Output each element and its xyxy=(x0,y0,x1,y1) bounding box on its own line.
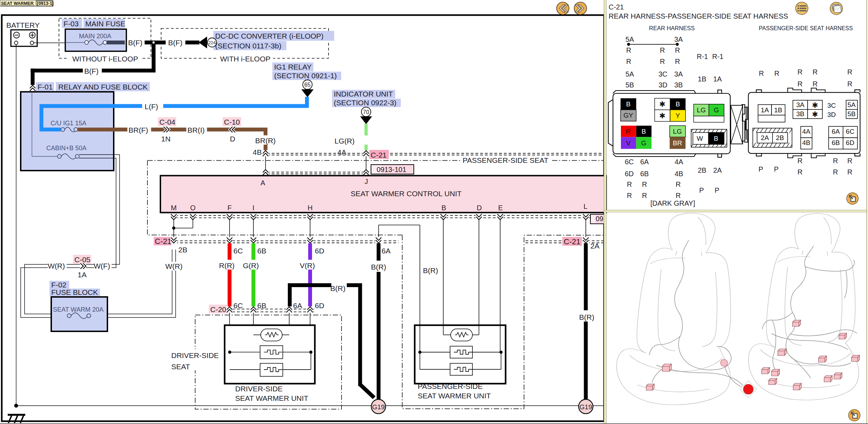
svg-text:5A: 5A xyxy=(625,70,634,78)
svg-text:E: E xyxy=(498,204,503,212)
svg-text:P: P xyxy=(774,165,778,173)
svg-text:3A: 3A xyxy=(674,35,683,43)
svg-text:6C: 6C xyxy=(233,247,243,255)
svg-text:4A: 4A xyxy=(802,128,810,135)
svg-text:W: W xyxy=(697,135,703,142)
svg-text:0913-101: 0913-101 xyxy=(377,166,406,173)
svg-text:6C: 6C xyxy=(846,128,854,135)
svg-text:R: R xyxy=(627,192,632,199)
svg-text:IG1 RELAY: IG1 RELAY xyxy=(274,63,312,71)
svg-text:BR(F): BR(F) xyxy=(128,126,148,134)
svg-text:3B: 3B xyxy=(674,81,683,89)
svg-text:C-10: C-10 xyxy=(224,118,240,126)
svg-text:R: R xyxy=(627,180,632,188)
svg-text:P: P xyxy=(699,186,704,194)
svg-text:R(R): R(R) xyxy=(219,261,234,270)
svg-text:1N: 1N xyxy=(161,135,171,143)
svg-text:SEAT WARMER: SEAT WARMER xyxy=(1,1,34,6)
svg-text:3B: 3B xyxy=(796,110,804,118)
svg-text:6A: 6A xyxy=(382,247,391,255)
svg-text:B: B xyxy=(642,128,646,135)
svg-text:R: R xyxy=(813,80,817,88)
svg-text:G: G xyxy=(641,139,647,147)
svg-text:FUSE BLOCK: FUSE BLOCK xyxy=(51,288,98,296)
svg-text:C-05: C-05 xyxy=(74,256,91,264)
svg-text:5A: 5A xyxy=(625,35,634,43)
svg-text:M: M xyxy=(171,204,177,212)
svg-text:REAR HARNESS-PASSENGER-SIDE SE: REAR HARNESS-PASSENGER-SIDE SEAT HARNESS xyxy=(609,12,788,20)
svg-text:3C: 3C xyxy=(827,102,836,109)
svg-text:R: R xyxy=(833,168,838,176)
svg-text:2B: 2B xyxy=(698,166,706,174)
svg-text:LG: LG xyxy=(697,106,705,114)
svg-text:R: R xyxy=(676,180,681,188)
svg-text:G: G xyxy=(714,106,719,114)
svg-text:6B: 6B xyxy=(640,170,649,178)
svg-text:BR: BR xyxy=(673,139,682,147)
svg-text:4B: 4B xyxy=(802,139,810,146)
svg-text:4A: 4A xyxy=(675,158,683,166)
svg-text:R: R xyxy=(847,168,852,176)
svg-text:65: 65 xyxy=(304,82,311,88)
svg-text:6B: 6B xyxy=(831,139,840,146)
svg-text:MAIN 200A: MAIN 200A xyxy=(79,33,111,40)
svg-text:C-21: C-21 xyxy=(609,3,624,11)
svg-text:(SECTION 0117-3b): (SECTION 0117-3b) xyxy=(215,42,281,50)
svg-text:REAR HARNESS: REAR HARNESS xyxy=(649,25,695,31)
svg-text:1B: 1B xyxy=(774,106,782,114)
svg-text:V(R): V(R) xyxy=(300,261,315,270)
svg-text:R: R xyxy=(642,192,647,199)
svg-text:3A: 3A xyxy=(674,70,683,78)
svg-text:INDICATOR UNIT: INDICATOR UNIT xyxy=(334,90,393,98)
svg-text:G(R): G(R) xyxy=(243,261,259,270)
svg-text:R: R xyxy=(813,68,817,76)
svg-text:D: D xyxy=(230,135,235,143)
svg-text:DC-DC CONVERTER (i-ELOOP): DC-DC CONVERTER (i-ELOOP) xyxy=(215,32,324,40)
svg-text:GY: GY xyxy=(623,112,633,119)
svg-text:(SECTION 0922-3): (SECTION 0922-3) xyxy=(334,99,397,107)
svg-text:DRIVER-SIDE: DRIVER-SIDE xyxy=(171,351,219,359)
svg-text:W(F): W(F) xyxy=(94,262,110,270)
svg-text:R: R xyxy=(675,58,680,65)
svg-text:5B: 5B xyxy=(847,110,855,118)
svg-text:B(R): B(R) xyxy=(423,266,438,274)
svg-text:B: B xyxy=(442,204,446,212)
svg-text:P: P xyxy=(715,186,719,194)
svg-text:2B: 2B xyxy=(178,246,187,254)
svg-text:L: L xyxy=(583,203,587,210)
svg-text:1A: 1A xyxy=(713,75,722,83)
svg-text:F: F xyxy=(227,204,232,212)
svg-text:A: A xyxy=(260,179,265,187)
svg-text:SEAT: SEAT xyxy=(171,363,190,371)
svg-text:1A: 1A xyxy=(78,271,87,279)
svg-text:R: R xyxy=(660,58,665,65)
svg-text:R: R xyxy=(847,68,852,76)
svg-text:(SECTION 0921-1): (SECTION 0921-1) xyxy=(274,72,337,80)
svg-text:R: R xyxy=(847,80,852,88)
svg-text:B(F): B(F) xyxy=(128,39,143,47)
svg-text:2A: 2A xyxy=(713,166,722,174)
svg-text:P: P xyxy=(758,165,763,173)
svg-text:C-21: C-21 xyxy=(155,237,172,246)
svg-text:SEAT WARMER UNIT: SEAT WARMER UNIT xyxy=(418,392,491,400)
svg-text:LG: LG xyxy=(673,128,682,135)
svg-text:R: R xyxy=(626,46,631,54)
svg-text:✱: ✱ xyxy=(659,100,665,108)
svg-text:4B: 4B xyxy=(675,170,683,178)
svg-text:R: R xyxy=(675,46,680,54)
svg-text:Y: Y xyxy=(676,112,680,119)
svg-text:R: R xyxy=(626,58,631,65)
svg-text:PASSENGER-SIDE SEAT HARNESS: PASSENGER-SIDE SEAT HARNESS xyxy=(759,25,853,31)
svg-text:70: 70 xyxy=(363,109,369,115)
svg-text:6C: 6C xyxy=(625,158,634,166)
svg-text:V: V xyxy=(626,139,631,147)
svg-text:2A: 2A xyxy=(761,134,769,141)
svg-text:D: D xyxy=(477,204,482,212)
svg-text:F-01: F-01 xyxy=(38,83,53,91)
svg-text:R: R xyxy=(797,68,802,76)
svg-text:3A: 3A xyxy=(796,101,804,108)
svg-text:R: R xyxy=(759,69,764,77)
svg-text:B: B xyxy=(626,100,631,108)
svg-text:3C: 3C xyxy=(658,70,668,78)
svg-text:6D: 6D xyxy=(846,139,854,146)
